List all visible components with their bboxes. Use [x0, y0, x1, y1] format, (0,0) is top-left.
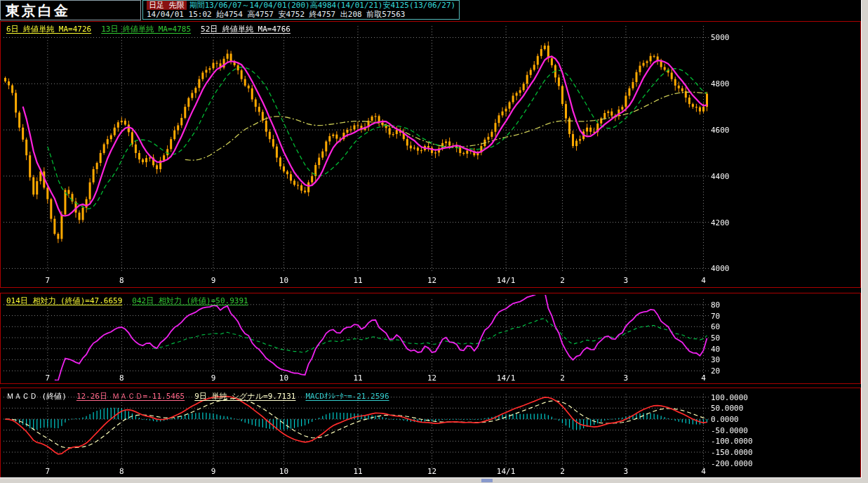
y-axis-tick-label: 50.0000 — [711, 404, 743, 413]
y-axis-tick-label: 60 — [711, 322, 720, 331]
legend-title: ＭＡＣＤ (終値) — [6, 392, 67, 401]
y-axis-tick-label: 50 — [711, 333, 720, 343]
period-range-text: 期間13/06/07～14/04/01(200)高4984(14/01/21)安… — [189, 1, 456, 10]
y-axis-tick-label: 20 — [711, 366, 720, 376]
candlestick-canvas[interactable] — [1, 22, 860, 287]
titlebar: 東京白金 日足 先限期間13/06/07～14/04/01(200)高4984(… — [0, 0, 860, 21]
quote-info-line: 14/04/01 15:02 始4754 高4757 安4752 終4757 出… — [147, 10, 455, 19]
y-axis-tick-label: 4000 — [711, 264, 730, 273]
x-axis-month-label: 14/1 — [497, 276, 516, 285]
x-axis-month-label: 7 — [46, 276, 51, 285]
vertical-scrollbar[interactable] — [861, 0, 868, 483]
legend-item: MACDｵｼﾚｰﾀｰ=-21.2596 — [305, 392, 389, 401]
x-axis-month-label: 4 — [701, 467, 706, 476]
legend-item: 9日 単純 シグナル=9.7131 — [194, 392, 295, 401]
legend-item: 13日 終値単純 MA=4785 — [101, 25, 191, 34]
price-legend: 6日 終値単純 MA=472613日 終値単純 MA=478552日 終値単純 … — [6, 24, 300, 34]
legend-item: 52日 終値単純 MA=4766 — [201, 25, 291, 34]
y-axis-tick-label: 100.0000 — [711, 393, 748, 402]
x-axis-month-label: 9 — [211, 276, 216, 285]
x-axis-month-label: 7 — [46, 467, 51, 476]
rsi-legend: 014日 相対力 (終値)=47.6659042日 相対力 (終値)=50.93… — [6, 296, 258, 306]
horizontal-scrollbar[interactable] — [0, 477, 862, 483]
legend-item: 6日 終値単純 MA=4726 — [6, 25, 91, 34]
price-chart-panel[interactable]: 6日 終値単純 MA=472613日 終値単純 MA=478552日 終値単純 … — [0, 21, 861, 288]
x-axis-month-label: 2 — [560, 276, 565, 285]
x-axis-month-label: 12 — [427, 467, 436, 476]
x-axis-month-label: 4 — [701, 373, 706, 383]
y-axis-tick-label: 4400 — [711, 172, 730, 181]
y-axis-tick-label: 4600 — [711, 126, 730, 135]
y-axis-tick-label: 80 — [711, 300, 720, 310]
x-axis-month-label: 12 — [427, 373, 436, 383]
x-axis-month-label: 11 — [353, 373, 362, 383]
x-axis-month-label: 3 — [624, 467, 629, 476]
x-axis-month-label: 14/1 — [497, 467, 516, 476]
x-axis-month-label: 9 — [211, 373, 216, 383]
macd-chart-panel[interactable]: ＭＡＣＤ (終値)12-26日 ＭＡＣＤ=-11.54659日 単純 シグナル=… — [0, 388, 861, 479]
legend-item: 042日 相対力 (終値)=50.9391 — [132, 296, 248, 305]
y-axis-tick-label: 0.0000 — [711, 415, 739, 424]
x-axis-month-label: 11 — [353, 467, 362, 476]
x-axis-month-label: 12 — [427, 276, 436, 285]
instrument-title: 東京白金 — [6, 1, 70, 20]
x-axis-month-label: 8 — [119, 276, 124, 285]
scrollbar-thumb[interactable] — [481, 479, 493, 482]
x-axis-month-label: 10 — [279, 276, 288, 285]
macd-legend: ＭＡＣＤ (終値)12-26日 ＭＡＣＤ=-11.54659日 単純 シグナル=… — [6, 391, 399, 402]
legend-item: 014日 相対力 (終値)=47.6659 — [6, 296, 122, 305]
x-axis-month-label: 9 — [211, 467, 216, 476]
y-axis-tick-label: 5000 — [711, 33, 730, 42]
x-axis-month-label: 3 — [624, 276, 629, 285]
x-axis-month-label: 2 — [560, 467, 565, 476]
legend-item: 12-26日 ＭＡＣＤ=-11.5465 — [76, 392, 185, 401]
rsi-canvas[interactable] — [1, 293, 860, 383]
y-axis-tick-label: -150.0000 — [711, 448, 753, 457]
header-info-box: 日足 先限期間13/06/07～14/04/01(200)高4984(14/01… — [142, 0, 460, 20]
rsi-chart-panel[interactable]: 014日 相対力 (終値)=47.6659042日 相対力 (終値)=50.93… — [0, 293, 861, 384]
x-axis-month-label: 4 — [701, 276, 706, 285]
period-info-line: 日足 先限期間13/06/07～14/04/01(200)高4984(14/01… — [147, 1, 455, 10]
y-axis-tick-label: 70 — [711, 312, 720, 321]
x-axis-month-label: 10 — [279, 373, 288, 383]
y-axis-tick-label: -200.0000 — [711, 459, 753, 468]
x-axis-month-label: 8 — [119, 467, 124, 476]
y-axis-tick-label: -50.0000 — [711, 426, 748, 435]
chart-type-badge: 日足 先限 — [147, 1, 187, 10]
y-axis-tick-label: 30 — [711, 355, 720, 364]
y-axis-tick-label: 4200 — [711, 218, 730, 227]
x-axis-month-label: 3 — [624, 373, 629, 383]
x-axis-month-label: 10 — [279, 467, 288, 476]
x-axis-month-label: 11 — [353, 276, 362, 285]
y-axis-tick-label: 4800 — [711, 79, 730, 88]
x-axis-month-label: 14/1 — [497, 373, 516, 383]
x-axis-month-label: 2 — [560, 373, 565, 383]
y-axis-tick-label: 40 — [711, 345, 720, 354]
y-axis-tick-label: -100.0000 — [711, 437, 753, 446]
x-axis-month-label: 7 — [46, 373, 51, 383]
chart-application-window: 東京白金 日足 先限期間13/06/07～14/04/01(200)高4984(… — [0, 0, 868, 483]
x-axis-month-label: 8 — [119, 373, 124, 383]
